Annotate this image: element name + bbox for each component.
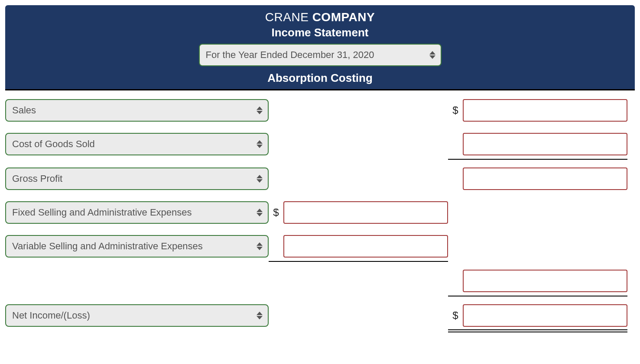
- amount-input-net-income[interactable]: [463, 304, 627, 327]
- statement-header: CRANE COMPANY Income Statement For the Y…: [5, 5, 635, 90]
- select-spinner-icon: [256, 106, 263, 114]
- select-spinner-icon: [256, 209, 263, 216]
- row-variable-sga: Variable Selling and Administrative Expe…: [5, 235, 635, 258]
- separator-after-total-sga: [5, 296, 635, 296]
- amount-input-variable-sga[interactable]: [283, 235, 448, 258]
- amount-input-fixed-sga[interactable]: [283, 201, 448, 224]
- account-select-gross-profit[interactable]: Gross Profit: [5, 168, 269, 190]
- row-gross-profit: Gross Profit: [5, 168, 635, 190]
- amount-input-sales[interactable]: [463, 99, 627, 122]
- currency-symbol: $: [448, 309, 463, 322]
- income-statement-form: CRANE COMPANY Income Statement For the Y…: [0, 0, 640, 345]
- period-select[interactable]: For the Year Ended December 31, 2020: [199, 44, 442, 66]
- select-label: Cost of Goods Sold: [12, 139, 95, 150]
- select-spinner-icon: [256, 140, 263, 148]
- currency-symbol: $: [448, 104, 463, 116]
- account-select-fixed-sga[interactable]: Fixed Selling and Administrative Expense…: [5, 201, 269, 224]
- statement-body: Sales $ Cost of Goods Sold: [5, 90, 635, 332]
- period-select-value: For the Year Ended December 31, 2020: [206, 49, 374, 61]
- select-label: Sales: [12, 105, 36, 116]
- currency-symbol: $: [269, 206, 283, 219]
- select-label: Variable Selling and Administrative Expe…: [12, 241, 203, 252]
- select-spinner-icon: [256, 242, 263, 250]
- account-select-cogs[interactable]: Cost of Goods Sold: [5, 133, 269, 155]
- select-spinner-icon: [256, 312, 263, 319]
- company-name-part1: CRANE: [265, 10, 312, 24]
- row-net-income: Net Income/(Loss) $: [5, 304, 635, 327]
- account-select-net-income[interactable]: Net Income/(Loss): [5, 304, 269, 327]
- select-label: Gross Profit: [12, 173, 62, 184]
- select-label: Net Income/(Loss): [12, 310, 90, 321]
- account-select-variable-sga[interactable]: Variable Selling and Administrative Expe…: [5, 235, 269, 258]
- row-cogs: Cost of Goods Sold: [5, 133, 635, 155]
- select-spinner-icon: [256, 175, 263, 183]
- select-label: Fixed Selling and Administrative Expense…: [12, 207, 192, 218]
- company-name: CRANE COMPANY: [5, 10, 635, 26]
- row-total-sga: [5, 270, 635, 292]
- row-sales: Sales $: [5, 99, 635, 122]
- amount-input-gross-profit[interactable]: [463, 168, 627, 190]
- separator-after-variable-sga: [5, 261, 635, 262]
- statement-title: Income Statement: [5, 26, 635, 44]
- account-select-sales[interactable]: Sales: [5, 99, 269, 122]
- company-name-part2: COMPANY: [312, 10, 375, 24]
- amount-input-cogs[interactable]: [463, 133, 627, 155]
- separator-after-cogs: [5, 159, 635, 160]
- double-underline-net-income: [5, 329, 635, 332]
- row-fixed-sga: Fixed Selling and Administrative Expense…: [5, 201, 635, 224]
- select-spinner-icon: [429, 51, 436, 59]
- amount-input-total-sga[interactable]: [463, 270, 627, 292]
- costing-method-title: Absorption Costing: [5, 71, 635, 85]
